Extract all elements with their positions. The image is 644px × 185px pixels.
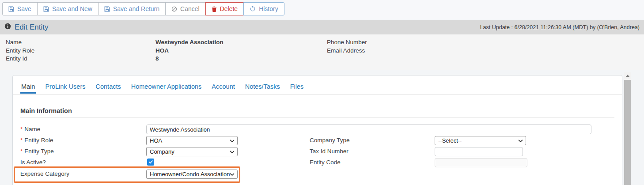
tax-id-input[interactable] [435,147,523,156]
tab-main[interactable]: Main [20,77,36,94]
save-button[interactable]: Save [2,2,38,15]
entity-summary: Name Entity Role Entity Id Westwynde Ass… [0,34,644,70]
entity-role-select[interactable]: HOA [146,136,238,145]
edit-entity-page: Save Save and New Save and Return Cancel… [0,0,644,185]
tab-notes-tasks[interactable]: Notes/Tasks [244,77,281,94]
last-update-text: Last Update : 6/28/2021 11:26:30 AM (MDT… [480,24,640,30]
save-and-return-button[interactable]: Save and Return [98,2,166,15]
tab-bar: Main ProLink Users Contacts Homeowner Ap… [20,76,304,95]
section-divider [20,117,614,118]
checkmark-icon [148,158,153,166]
entity-code-input[interactable] [435,158,527,167]
vertical-scrollbar[interactable] [624,72,631,185]
expense-category-select[interactable]: Homeowner/Condo Association [146,170,238,179]
save-and-return-label: Save and Return [113,5,159,12]
cancel-icon [171,6,177,12]
history-icon [250,6,256,12]
delete-button[interactable]: Delete [205,2,244,15]
scrollbar-up-button[interactable] [624,72,631,79]
arrow-up-icon [626,75,629,77]
company-type-select-value: --Select-- [438,137,462,144]
company-type-field-label: Company Type [310,137,350,143]
history-label: History [259,5,278,12]
entity-type-select[interactable]: Company [146,147,238,156]
expense-category-select-value: Homeowner/Condo Association [150,171,230,177]
summary-labels-left: Name Entity Role Entity Id [6,38,34,63]
entity-detail-card: Main ProLink Users Contacts Homeowner Ap… [12,75,622,185]
chevron-down-icon [518,137,523,144]
toolbar: Save Save and New Save and Return Cancel… [0,0,644,19]
history-button[interactable]: History [243,2,284,15]
tab-contacts[interactable]: Contacts [95,77,122,94]
trash-icon [212,6,217,12]
tab-divider [13,94,622,95]
entity-role-select-value: HOA [150,137,162,144]
summary-entity-role-value: HOA [155,47,224,55]
required-asterisk: * [20,137,23,143]
summary-entity-role-label: Entity Role [6,47,34,55]
page-header: Edit Entity Last Update : 6/28/2021 11:2… [0,20,644,34]
entity-type-select-value: Company [150,148,174,155]
chevron-down-icon [230,171,235,177]
page-title: Edit Entity [15,23,49,32]
entity-role-field-label: *Entity Role [20,137,53,143]
company-type-select[interactable]: --Select-- [435,136,526,145]
cancel-button[interactable]: Cancel [165,2,206,15]
tab-prolink-users[interactable]: ProLink Users [44,77,86,94]
summary-entity-id-value: 8 [155,55,224,63]
entity-code-field-label: Entity Code [310,159,341,166]
summary-name-value: Westwynde Association [155,38,224,47]
required-asterisk: * [20,148,23,155]
tax-id-field-label: Tax Id Number [310,148,349,155]
name-field-label: *Name [20,126,40,132]
chevron-down-icon [230,148,235,155]
tab-account[interactable]: Account [211,77,235,94]
is-active-checkbox[interactable] [147,159,154,166]
scrollbar-thumb[interactable] [624,80,631,185]
chevron-down-icon [230,137,235,144]
cancel-label: Cancel [180,5,200,12]
summary-entity-id-label: Entity Id [6,55,34,63]
save-label: Save [17,5,31,12]
name-input[interactable] [146,125,591,134]
expense-category-field-label: Expense Category [20,170,69,177]
save-icon [8,6,14,12]
summary-name-label: Name [6,38,34,47]
summary-labels-right: Phone Number Email Address [327,38,367,55]
save-icon [43,6,49,12]
required-asterisk: * [20,126,23,132]
tab-homeowner-applications[interactable]: Homeowner Applications [130,77,203,94]
tab-files[interactable]: Files [289,77,305,94]
summary-email-label: Email Address [327,47,367,55]
info-icon [4,23,11,31]
delete-label: Delete [220,5,238,12]
is-active-field-label: Is Active? [20,159,46,166]
section-title: Main Information [20,107,72,114]
entity-type-field-label: *Entity Type [20,148,54,155]
toolbar-button-group: Save Save and New Save and Return Cancel… [2,2,284,15]
save-icon [104,6,110,12]
save-and-new-button[interactable]: Save and New [37,2,98,15]
summary-values: Westwynde Association HOA 8 [155,38,224,63]
save-and-new-label: Save and New [52,5,92,12]
summary-phone-label: Phone Number [327,38,367,47]
